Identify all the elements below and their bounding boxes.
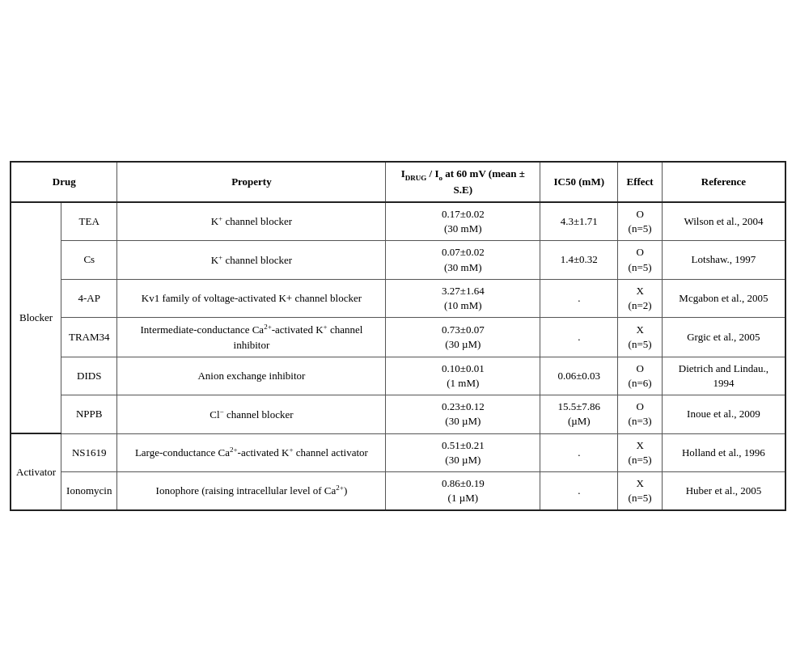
prop-cs: K+ channel blocker [117,241,386,279]
prop-tea: K+ channel blocker [117,202,386,241]
table-row: Ionomycin Ionophore (raising intracellul… [11,471,785,510]
idrug-tea: 0.17±0.02(30 mM) [386,202,540,241]
table-row: Activator NS1619 Large-conductance Ca2+-… [11,433,785,471]
ref-dids: Dietrich and Lindau., 1994 [662,357,785,395]
effect-tea: O (n=5) [618,202,663,241]
effect-cs: O (n=5) [618,241,663,279]
category-activator: Activator [11,433,61,510]
effect-tram34: X (n=5) [618,318,663,357]
ic50-nppb: 15.5±7.86 (µM) [540,395,618,433]
effect-ionomycin: X (n=5) [618,471,663,510]
effect-header: Effect [618,162,663,202]
table-row: Blocker TEA K+ channel blocker 0.17±0.02… [11,202,785,241]
drug-4ap: 4-AP [61,279,117,317]
reference-header: Reference [662,162,785,202]
idrug-4ap: 3.27±1.64(10 mM) [386,279,540,317]
idrug-dids: 0.10±0.01(1 mM) [386,357,540,395]
ref-nppb: Inoue et al., 2009 [662,395,785,433]
ref-4ap: Mcgabon et al., 2005 [662,279,785,317]
prop-dids: Anion exchange inhibitor [117,357,386,395]
ic50-tea: 4.3±1.71 [540,202,618,241]
ic50-ionomycin: . [540,471,618,510]
table-row: DIDS Anion exchange inhibitor 0.10±0.01(… [11,357,785,395]
effect-4ap: X (n=2) [618,279,663,317]
drug-nppb: NPPB [61,395,117,433]
drug-tram34: TRAM34 [61,318,117,357]
ic50-ns1619: . [540,433,618,471]
ic50-4ap: . [540,279,618,317]
ic50-tram34: . [540,318,618,357]
ref-ns1619: Holland et al., 1996 [662,433,785,471]
table-wrapper: Drug Property IDRUG / Io at 60 mV (mean … [10,161,786,512]
drug-dids: DIDS [61,357,117,395]
table-row: NPPB Cl− channel blocker 0.23±0.12(30 µM… [11,395,785,433]
idrug-ns1619: 0.51±0.21(30 µM) [386,433,540,471]
category-blocker: Blocker [11,202,61,433]
table-row: TRAM34 Intermediate-conductance Ca2+-act… [11,318,785,357]
property-header: Property [117,162,386,202]
drug-cs: Cs [61,241,117,279]
idrug-ionomycin: 0.86±0.19(1 µM) [386,471,540,510]
drug-tea: TEA [61,202,117,241]
ref-cs: Lotshaw., 1997 [662,241,785,279]
prop-ns1619: Large-conductance Ca2+-activated K+ chan… [117,433,386,471]
data-table: Drug Property IDRUG / Io at 60 mV (mean … [10,161,786,512]
drug-ns1619: NS1619 [61,433,117,471]
prop-4ap: Kv1 family of voltage-activated K+ chann… [117,279,386,317]
ref-tram34: Grgic et al., 2005 [662,318,785,357]
idrug-nppb: 0.23±0.12(30 µM) [386,395,540,433]
ic50-cs: 1.4±0.32 [540,241,618,279]
prop-ionomycin: Ionophore (raising intracellular level o… [117,471,386,510]
ref-ionomycin: Huber et al., 2005 [662,471,785,510]
effect-ns1619: X (n=5) [618,433,663,471]
prop-tram34: Intermediate-conductance Ca2+-activated … [117,318,386,357]
idrug-header: IDRUG / Io at 60 mV (mean ± S.E) [386,162,540,202]
drug-header: Drug [11,162,117,202]
effect-nppb: O (n=3) [618,395,663,433]
table-row: 4-AP Kv1 family of voltage-activated K+ … [11,279,785,317]
idrug-cs: 0.07±0.02(30 mM) [386,241,540,279]
ic50-header: IC50 (mM) [540,162,618,202]
table-row: Cs K+ channel blocker 0.07±0.02(30 mM) 1… [11,241,785,279]
prop-nppb: Cl− channel blocker [117,395,386,433]
ic50-dids: 0.06±0.03 [540,357,618,395]
effect-dids: O (n=6) [618,357,663,395]
ref-tea: Wilson et al., 2004 [662,202,785,241]
idrug-tram34: 0.73±0.07(30 µM) [386,318,540,357]
drug-ionomycin: Ionomycin [61,471,117,510]
